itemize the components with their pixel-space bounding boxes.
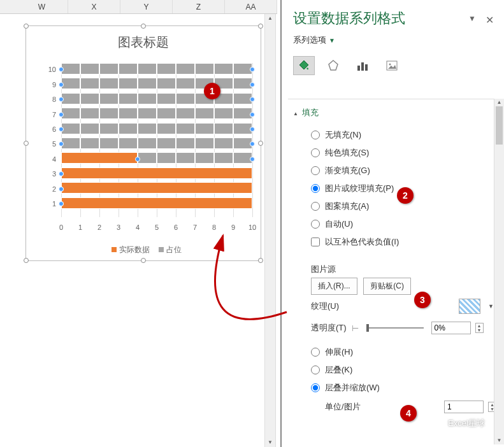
fill-auto-radio[interactable]: 自动(U) [311, 215, 496, 233]
bar-grey[interactable] [61, 108, 252, 119]
col-header[interactable]: Y [120, 0, 173, 13]
callout-1: 1 [204, 83, 220, 99]
plot-area[interactable]: 0 1 2 3 4 5 6 7 8 9 10 10 9 8 7 6 5 4 3 … [61, 63, 252, 229]
transparency-spinner[interactable]: ▲▼ [475, 323, 484, 333]
bar-grey[interactable] [61, 138, 252, 149]
scroll-down-icon[interactable]: ▼ [494, 437, 504, 444]
pane-options-icon[interactable]: ▼ [468, 14, 476, 23]
format-pane: 设置数据系列格式 ▼ ✕ 系列选项▼ 填充 无填充(N) 纯色填充(S) 渐变填… [280, 0, 504, 447]
chart-title[interactable]: 图表标题 [26, 26, 261, 56]
stretch-radio[interactable]: 伸展(H) [311, 343, 496, 361]
scroll-up-icon[interactable]: ▲ [494, 99, 504, 106]
column-headers: W X Y Z AA [0, 0, 277, 14]
wechat-icon [430, 418, 444, 429]
bar-grey[interactable] [61, 78, 252, 89]
scroll-up-icon[interactable]: ▲ [265, 14, 275, 23]
svg-marker-0 [329, 60, 338, 70]
fill-line-icon[interactable] [293, 56, 315, 75]
bar-orange[interactable] [61, 167, 252, 179]
bar-orange[interactable] [61, 152, 138, 164]
transparency-slider[interactable] [366, 327, 424, 329]
effects-icon[interactable] [322, 56, 344, 75]
bar-orange[interactable] [61, 197, 252, 209]
insert-picture-button[interactable]: 插入(R)... [311, 278, 357, 295]
transparency-input[interactable] [431, 322, 471, 334]
svg-rect-1 [357, 66, 360, 71]
callout-2: 2 [397, 187, 414, 204]
col-header[interactable]: W [16, 0, 68, 13]
fill-none-radio[interactable]: 无填充(N) [311, 126, 496, 144]
watermark: Excel星球 [430, 418, 485, 429]
svg-rect-2 [361, 62, 364, 71]
chart-object[interactable]: 图表标题 0 1 2 3 4 5 6 7 8 9 10 10 9 8 7 6 5… [25, 25, 261, 261]
pane-scrollbar[interactable]: ▲ ▼ [494, 99, 504, 444]
pane-body: 填充 无填充(N) 纯色填充(S) 渐变填充(G) 图片或纹理填充(P) 图案填… [288, 99, 501, 444]
bar-orange[interactable] [61, 182, 252, 194]
svg-point-5 [389, 64, 391, 66]
fill-solid-radio[interactable]: 纯色填充(S) [311, 144, 496, 162]
pane-title: 设置数据系列格式 [293, 9, 493, 28]
fill-section-header[interactable]: 填充 [288, 104, 501, 121]
unit-picture-label: 单位/图片 [325, 401, 361, 413]
fill-gradient-radio[interactable]: 渐变填充(G) [311, 162, 496, 180]
svg-rect-3 [365, 64, 368, 71]
texture-dropdown[interactable] [459, 299, 480, 314]
series-options-dropdown[interactable]: 系列选项▼ [282, 32, 504, 52]
bar-grey[interactable] [61, 93, 252, 104]
worksheet-scrollbar[interactable]: ▲ ▼ [264, 14, 276, 447]
scrollbar-thumb[interactable] [496, 106, 503, 145]
invert-negative-checkbox[interactable]: 以互补色代表负值(I) [311, 233, 496, 251]
series-options-icon[interactable] [352, 56, 373, 75]
col-header[interactable]: AA [225, 0, 277, 13]
format-category-tabs [282, 52, 504, 83]
picture-icon[interactable] [381, 56, 403, 75]
transparency-label: 透明度(T) [311, 322, 347, 334]
bar-grey[interactable] [61, 63, 252, 74]
legend-swatch-grey [159, 247, 164, 252]
stack-scale-radio[interactable]: 层叠并缩放(W) [311, 379, 496, 397]
callout-4: 4 [400, 405, 417, 422]
unit-picture-input[interactable] [444, 401, 484, 413]
bar-grey[interactable] [138, 152, 252, 164]
bar-grey[interactable] [61, 123, 252, 134]
clipboard-button[interactable]: 剪贴板(C) [363, 278, 411, 295]
close-icon[interactable]: ✕ [486, 14, 494, 26]
worksheet-area: W X Y Z AA 图表标题 0 1 2 3 4 5 6 7 8 9 10 1… [0, 0, 277, 447]
col-header[interactable]: X [68, 0, 120, 13]
picture-source-label: 图片源 [311, 261, 496, 278]
scroll-down-icon[interactable]: ▼ [265, 438, 275, 447]
col-header[interactable]: Z [173, 0, 225, 13]
callout-3: 3 [414, 292, 431, 308]
stack-radio[interactable]: 层叠(K) [311, 361, 496, 379]
texture-label: 纹理(U) [311, 301, 339, 312]
legend-swatch-orange [112, 247, 117, 252]
chart-legend[interactable]: 实际数据 占位 [26, 245, 261, 255]
